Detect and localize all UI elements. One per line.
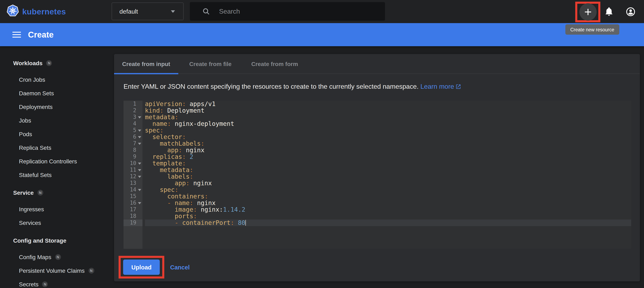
code-line[interactable]: matchLabels: xyxy=(145,140,631,147)
line-number: 8 xyxy=(133,147,136,153)
open-in-new-icon xyxy=(456,84,461,91)
code-token xyxy=(145,219,175,227)
sidebar-item-jobs[interactable]: Jobs xyxy=(0,113,114,127)
gutter-line[interactable]: 7 xyxy=(124,140,142,147)
annotation-highlight-upload-button: Upload xyxy=(118,256,164,278)
code-line[interactable]: replicas: 2 xyxy=(145,154,631,160)
brand-link[interactable]: kubernetes xyxy=(6,5,66,19)
fold-toggle-icon[interactable] xyxy=(138,202,141,204)
code-line[interactable]: kind: Deployment xyxy=(145,107,631,114)
menu-hamburger-icon[interactable] xyxy=(12,30,21,39)
sidebar-item-replication-controllers[interactable]: Replication Controllers xyxy=(0,154,114,168)
account-button[interactable] xyxy=(626,7,635,16)
gutter-line[interactable]: 18 xyxy=(124,213,142,220)
sidebar-item-label: Config Maps xyxy=(19,253,51,260)
code-line[interactable]: spec: xyxy=(145,127,631,134)
gutter-line[interactable]: 8 xyxy=(124,147,142,154)
upload-button[interactable]: Upload xyxy=(123,259,160,275)
gutter-line[interactable]: 1 xyxy=(124,101,142,107)
gutter-line[interactable]: 4 xyxy=(124,120,142,127)
tab-create-from-input[interactable]: Create from input xyxy=(114,54,178,74)
code-token: metadata xyxy=(160,166,190,174)
code-line[interactable]: app: nginx xyxy=(145,147,631,154)
sidebar-item-cron-jobs[interactable]: Cron Jobs xyxy=(0,73,114,86)
gutter-line[interactable]: 5 xyxy=(124,127,142,134)
code-line[interactable]: metadata: xyxy=(145,114,631,120)
sidebar-item-stateful-sets[interactable]: Stateful Sets xyxy=(0,168,114,182)
code-line[interactable]: - containerPort: 80 xyxy=(145,220,631,226)
sidebar-item-service[interactable]: ServiceN xyxy=(0,186,114,200)
sidebar-item-pods[interactable]: Pods xyxy=(0,127,114,141)
code-line[interactable]: ports: xyxy=(145,213,631,220)
search-input[interactable] xyxy=(219,8,385,15)
gutter-line[interactable]: 2 xyxy=(124,107,142,114)
sidebar-item-services[interactable]: Services xyxy=(0,216,114,229)
account-icon xyxy=(626,7,635,16)
line-number: 3 xyxy=(133,114,136,120)
sidebar-item-label: Pods xyxy=(19,130,32,137)
sidebar-item-config-and-storage[interactable]: Config and Storage xyxy=(0,234,114,248)
sidebar-item-label: Config and Storage xyxy=(13,237,66,244)
gutter-line[interactable]: 13 xyxy=(124,180,142,187)
sidebar-item-secrets[interactable]: SecretsN xyxy=(0,277,114,288)
namespaced-badge: N xyxy=(55,254,61,260)
fold-toggle-icon[interactable] xyxy=(138,116,141,118)
gutter-line[interactable]: 10 xyxy=(124,160,142,167)
gutter-line[interactable]: 19 xyxy=(124,220,142,226)
fold-toggle-icon[interactable] xyxy=(138,143,141,145)
code-token xyxy=(145,173,167,180)
fold-toggle-icon[interactable] xyxy=(138,176,141,178)
gutter-line[interactable]: 15 xyxy=(124,193,142,200)
cancel-button[interactable]: Cancel xyxy=(170,264,190,270)
learn-more-link[interactable]: Learn more xyxy=(420,83,461,90)
code-line[interactable]: metadata: xyxy=(145,167,631,173)
code-token xyxy=(145,153,152,161)
sidebar-item-deployments[interactable]: Deployments xyxy=(0,100,114,113)
sidebar-item-ingresses[interactable]: Ingresses xyxy=(0,202,114,216)
code-line[interactable]: - name: nginx xyxy=(145,200,631,206)
sidebar-item-workloads[interactable]: WorkloadsN xyxy=(0,56,114,70)
gutter-line[interactable]: 17 xyxy=(124,206,142,213)
fold-toggle-icon[interactable] xyxy=(138,189,141,191)
code-line[interactable]: template: xyxy=(145,160,631,167)
code-line[interactable]: containers: xyxy=(145,193,631,200)
fold-toggle-icon[interactable] xyxy=(138,163,141,165)
fold-toggle-icon[interactable] xyxy=(138,129,141,132)
code-line[interactable]: apiVersion: apps/v1 xyxy=(145,101,631,107)
search-box[interactable] xyxy=(190,2,385,21)
code-line[interactable]: selector: xyxy=(145,134,631,140)
code-line[interactable]: labels: xyxy=(145,173,631,180)
namespace-selector[interactable]: default xyxy=(112,3,184,20)
sidebar-item-persistent-volume-claims[interactable]: Persistent Volume ClaimsN xyxy=(0,264,114,277)
gutter-line[interactable]: 9 xyxy=(124,154,142,160)
tab-create-from-form[interactable]: Create from form xyxy=(242,54,307,74)
line-number: 10 xyxy=(130,160,136,166)
gutter-line[interactable]: 14 xyxy=(124,187,142,193)
code-line[interactable]: image: nginx:1.14.2 xyxy=(145,206,631,213)
code-line[interactable]: name: nginx-deployment xyxy=(145,120,631,127)
code-token: : xyxy=(193,206,201,213)
code-line[interactable]: spec: xyxy=(145,187,631,193)
notifications-button[interactable] xyxy=(604,7,614,17)
code-token xyxy=(145,186,160,194)
sidebar-item-replica-sets[interactable]: Replica Sets xyxy=(0,141,114,154)
tab-create-from-file[interactable]: Create from file xyxy=(178,54,242,74)
yaml-editor[interactable]: 12345678910111213141516171819 apiVersion… xyxy=(124,101,631,249)
sidebar-item-label: Replica Sets xyxy=(19,144,51,151)
code-token: : xyxy=(182,153,190,161)
code-token: apps/v1 xyxy=(190,101,216,108)
gutter-line[interactable]: 6 xyxy=(124,134,142,140)
editor-code[interactable]: apiVersion: apps/v1kind: Deploymentmetad… xyxy=(142,101,631,249)
code-line[interactable]: app: nginx xyxy=(145,180,631,187)
code-token: selector xyxy=(152,133,182,141)
fold-toggle-icon[interactable] xyxy=(138,169,141,171)
create-new-resource-button[interactable] xyxy=(579,3,596,21)
code-token: : xyxy=(230,219,238,227)
gutter-line[interactable]: 3 xyxy=(124,114,142,120)
gutter-line[interactable]: 11 xyxy=(124,167,142,173)
gutter-line[interactable]: 16 xyxy=(124,200,142,206)
sidebar-item-daemon-sets[interactable]: Daemon Sets xyxy=(0,86,114,100)
gutter-line[interactable]: 12 xyxy=(124,173,142,180)
fold-toggle-icon[interactable] xyxy=(138,136,141,138)
sidebar-item-config-maps[interactable]: Config MapsN xyxy=(0,250,114,264)
